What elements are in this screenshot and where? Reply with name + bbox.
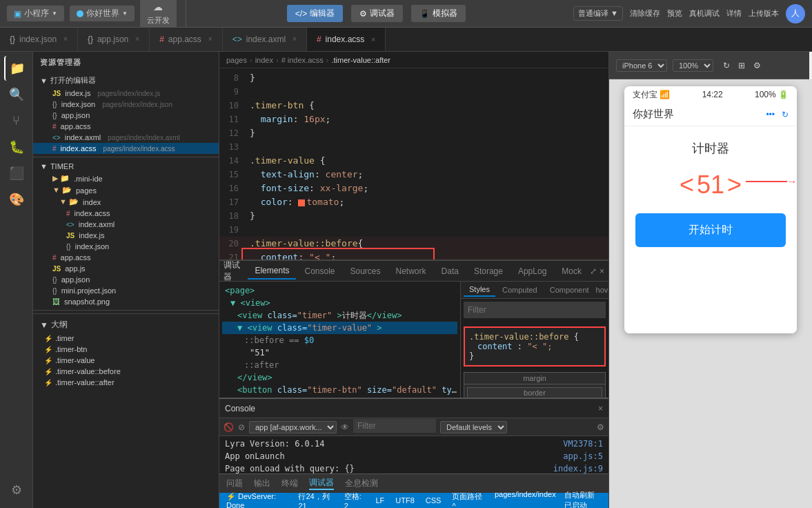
clear-cache-button[interactable]: 清除缓存 xyxy=(630,8,660,19)
phone-refresh-nav-icon[interactable]: ↻ xyxy=(782,110,789,119)
lyra-version-link[interactable]: VM2378:1 xyxy=(563,438,603,450)
sidebar-folder-mini-ide[interactable]: ▶ 📁 .mini-ide xyxy=(33,173,219,184)
console-app-selector[interactable]: app [af-appx.work... xyxy=(249,421,337,433)
sidebar-file-index-json[interactable]: {} index.json pages/index/index.json xyxy=(33,99,219,110)
zoom-selector[interactable]: 100% xyxy=(673,59,713,72)
device-selector[interactable]: iPhone 6 xyxy=(616,59,667,72)
editor-button[interactable]: </> 编辑器 xyxy=(287,5,343,22)
bc-index[interactable]: index xyxy=(255,56,273,64)
tab-close-icon3[interactable]: × xyxy=(208,35,212,43)
tab-app-acss[interactable]: # app.acss × xyxy=(150,28,223,51)
sidebar-mini-project-json[interactable]: {} mini.project.json xyxy=(33,285,219,296)
bc-selector[interactable]: .timer-value::after xyxy=(331,56,390,64)
sidebar-file-index-js[interactable]: JS index.js pages/index/index.js xyxy=(33,88,219,99)
sidebar-app-json[interactable]: {} app.json xyxy=(33,274,219,285)
console-filter-input[interactable] xyxy=(353,419,436,433)
detail-button[interactable]: 详情 xyxy=(726,8,742,19)
bottom-tab-debugger[interactable]: 调试器 xyxy=(309,477,334,490)
styles-tab-computed[interactable]: Computed xyxy=(497,284,543,296)
sidebar-app-acss[interactable]: # app.acss xyxy=(33,252,219,263)
tab-mock[interactable]: Mock xyxy=(555,264,588,279)
cloud-button[interactable]: ☁ 云开发 xyxy=(140,0,177,28)
debug-close-icon[interactable]: × xyxy=(600,266,604,276)
outline-item-timer-btn[interactable]: ⚡ .timer-btn xyxy=(33,344,219,355)
refresh-icon[interactable]: ↻ xyxy=(723,61,730,70)
elem-page[interactable]: <page> xyxy=(222,284,457,297)
outline-item-timer-value-after[interactable]: ⚡ .timer-value::after xyxy=(33,377,219,388)
code-editor[interactable]: 8 } 9 10 .timer-btn { 11 margin: 16px; xyxy=(219,68,608,260)
sidebar-index-json[interactable]: {} index.json xyxy=(33,241,219,252)
timer-group[interactable]: ▼ TIMER xyxy=(33,160,219,173)
sidebar-index-axml[interactable]: <> index.axml xyxy=(33,219,219,230)
tab-close-icon[interactable]: × xyxy=(63,35,68,43)
phone-more-icon[interactable]: ••• xyxy=(766,110,775,119)
tab-close-icon5[interactable]: × xyxy=(371,36,375,43)
elem-view-timer[interactable]: <view class="timer" >计时器</view> xyxy=(222,309,457,322)
explorer-icon[interactable]: 📁 xyxy=(4,56,29,81)
styles-tab-component[interactable]: Component xyxy=(544,284,595,296)
elem-51[interactable]: "51" xyxy=(222,346,457,359)
bottom-tab-output[interactable]: 输出 xyxy=(254,478,270,489)
bottom-tab-problems[interactable]: 问题 xyxy=(226,478,243,489)
console-levels-selector[interactable]: Default levels xyxy=(440,421,507,433)
debug-rail-icon[interactable]: 🐛 xyxy=(4,135,29,159)
real-debug-button[interactable]: 真机调试 xyxy=(689,8,720,19)
console-filter-icon[interactable]: ⊘ xyxy=(238,422,245,432)
sidebar-app-js[interactable]: JS app.js xyxy=(33,263,219,274)
console-eye-icon[interactable]: 👁 xyxy=(341,422,349,432)
elem-view-timer-value[interactable]: ▼ <view class="timer-value" > xyxy=(222,322,457,334)
sidebar-file-app-json[interactable]: {} app.json xyxy=(33,110,219,121)
console-body[interactable]: Lyra Version: 6.0.14 VM2378:1 App onLaun… xyxy=(219,436,608,473)
bc-index-acss[interactable]: # index.acss xyxy=(281,56,324,64)
tab-close-icon4[interactable]: × xyxy=(293,35,297,43)
elem-close-view[interactable]: </view> xyxy=(222,371,457,384)
preview-button[interactable]: 预览 xyxy=(667,8,682,19)
sidebar-index-acss[interactable]: # index.acss xyxy=(33,208,219,219)
settings-icon[interactable]: ⚙ xyxy=(4,478,29,502)
console-settings-icon[interactable]: ⚙ xyxy=(597,422,604,432)
tab-data[interactable]: Data xyxy=(435,264,466,279)
simulator-button[interactable]: 📱 模拟器 xyxy=(411,5,466,22)
outline-group[interactable]: ▼ 大纲 xyxy=(33,317,219,333)
sidebar-folder-index[interactable]: ▼ 📂 index xyxy=(33,196,219,208)
compile-selector[interactable]: 普通编译 ▼ xyxy=(573,6,623,21)
outline-item-timer[interactable]: ⚡ .timer xyxy=(33,333,219,344)
tab-index-axml[interactable]: <> index.axml × xyxy=(223,28,307,51)
search-icon[interactable]: 🔍 xyxy=(4,82,29,107)
elem-after-pseudo[interactable]: ::after xyxy=(222,359,457,371)
world-selector-button[interactable]: 你好世界 ▼ xyxy=(70,6,135,21)
app-selector-button[interactable]: ▣ 小程序 ▼ xyxy=(7,6,64,21)
styles-tab-styles[interactable]: Styles xyxy=(464,283,495,297)
elements-panel[interactable]: <page> ▼ <view> <view class="timer" >计时器… xyxy=(219,282,461,398)
console-close-icon[interactable]: × xyxy=(598,404,603,413)
hov-button[interactable]: hov xyxy=(596,286,608,294)
tab-close-icon2[interactable]: × xyxy=(135,35,139,43)
sidebar-folder-pages[interactable]: ▼ 📂 pages xyxy=(33,184,219,196)
debug-expand-icon[interactable]: ⤢ xyxy=(590,266,597,276)
bc-pages[interactable]: pages xyxy=(226,56,247,64)
git-icon[interactable]: ⑂ xyxy=(4,108,29,133)
tab-network[interactable]: Network xyxy=(389,264,433,279)
outline-item-timer-value-before[interactable]: ⚡ .timer-value::before xyxy=(33,366,219,377)
page-onload-link[interactable]: index.js:9 xyxy=(553,462,603,473)
app-onlaunch-link[interactable]: app.js:5 xyxy=(563,450,603,462)
outline-item-timer-value[interactable]: ⚡ .timer-value xyxy=(33,355,219,366)
page-path-label[interactable]: 页面路径 ^ xyxy=(452,491,484,509)
extension-icon[interactable]: ⬛ xyxy=(4,161,29,186)
sidebar-file-index-acss[interactable]: # index.acss pages/index/index.acss xyxy=(33,143,219,154)
tab-app-json[interactable]: {} app.json × xyxy=(78,28,150,51)
console-clear-icon[interactable]: 🚫 xyxy=(224,422,234,432)
paint-icon[interactable]: 🎨 xyxy=(4,187,29,212)
color-swatch[interactable] xyxy=(298,199,305,206)
grid-view-icon[interactable]: ⊞ xyxy=(738,61,745,70)
upload-button[interactable]: 上传版本 xyxy=(749,8,779,19)
sidebar-file-app-acss[interactable]: # app.acss xyxy=(33,121,219,132)
sidebar-index-js[interactable]: JS index.js xyxy=(33,230,219,241)
styles-filter-input[interactable] xyxy=(464,302,606,318)
tab-elements[interactable]: Elements xyxy=(248,263,296,280)
sidebar-file-index-axml[interactable]: <> index.axml pages/index/index.axml xyxy=(33,132,219,143)
phone-start-btn[interactable]: 开始计时 xyxy=(635,213,786,247)
tab-index-acss[interactable]: # index.acss × xyxy=(307,28,386,51)
tab-storage[interactable]: Storage xyxy=(467,264,510,279)
preview-settings-icon[interactable]: ⚙ xyxy=(753,61,761,70)
